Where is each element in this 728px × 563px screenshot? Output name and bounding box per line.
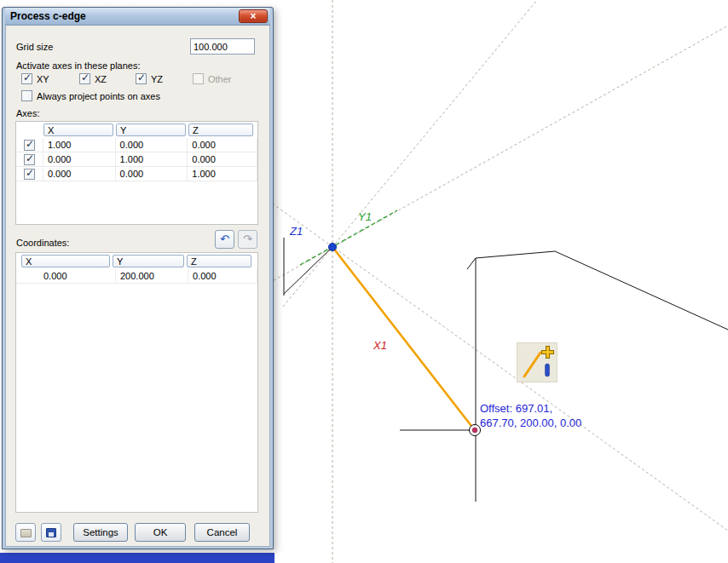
coordinates-row: 0.000 200.000 0.000 — [16, 269, 257, 284]
check-icon: ✓ — [137, 72, 146, 83]
dialog-titlebar[interactable]: Process c-edge × — [5, 8, 270, 26]
axes-cell-y[interactable]: 0.000 — [116, 138, 188, 152]
axes-cell-x[interactable]: 0.000 — [43, 167, 116, 181]
z1-axis-label: Z1 — [290, 225, 303, 238]
coordinate-cell-x[interactable]: 0.000 — [16, 269, 116, 283]
axes-header-x: X — [43, 124, 113, 136]
axes-row: ✓ 1.000 0.000 0.000 — [16, 138, 257, 152]
check-icon: ✓ — [23, 72, 32, 83]
check-icon: ✓ — [26, 138, 34, 150]
coordinates-header-y: Y — [113, 255, 184, 267]
snap-point-marker — [470, 425, 481, 436]
edge-top-notch — [467, 258, 476, 269]
check-icon: ✓ — [81, 72, 90, 83]
checkbox-box-xy[interactable]: ✓ — [21, 73, 32, 84]
process-c-edge-dialog: Process c-edge × Grid size Activate axes… — [2, 7, 274, 549]
plane-label-xy: XY — [37, 73, 49, 84]
construction-diagonal-line — [256, 192, 728, 531]
grid-size-input[interactable] — [190, 38, 255, 55]
coordinate-cell-y[interactable]: 200.000 — [116, 269, 188, 283]
coordinates-header-z: Z — [187, 255, 251, 267]
offset-tooltip: Offset: 697.01, 667.70, 200.00, 0.00 — [480, 401, 581, 430]
checkbox-box-yz[interactable]: ✓ — [136, 73, 147, 84]
redo-icon: ↷ — [243, 233, 252, 245]
axes-row-checkbox[interactable]: ✓ — [24, 154, 35, 165]
y1-axis-label: Y1 — [358, 210, 372, 223]
edge-top-right-diagonal — [555, 251, 728, 330]
folder-icon — [20, 529, 32, 537]
axes-cell-z[interactable]: 0.000 — [188, 138, 257, 152]
offset-tooltip-line2: 667.70, 200.00, 0.00 — [480, 416, 581, 430]
offset-tooltip-line1: Offset: 697.01, — [480, 401, 581, 416]
app-stage: Z1 Y1 X1 Offset: 697.01, 667.70, 200.00,… — [0, 0, 728, 563]
axes-row: ✓ 0.000 0.000 1.000 — [16, 167, 257, 181]
undo-icon: ↶ — [220, 233, 229, 245]
checkbox-box-xz[interactable]: ✓ — [79, 73, 90, 84]
close-button[interactable]: × — [239, 9, 268, 23]
axes-header-z: Z — [188, 124, 253, 136]
close-icon: × — [250, 10, 256, 22]
axes-header-y: Y — [116, 124, 186, 136]
plane-checkbox-yz[interactable]: ✓ YZ — [136, 73, 163, 84]
axes-cell-x[interactable]: 1.000 — [43, 138, 116, 152]
y1-axis-line — [300, 210, 397, 265]
checkbox-box-project[interactable] — [21, 90, 32, 101]
plane-label-yz: YZ — [151, 73, 163, 84]
axes-row: ✓ 0.000 1.000 0.000 — [16, 152, 257, 167]
plane-checkbox-xy[interactable]: ✓ XY — [21, 73, 49, 84]
coordinate-cell-z[interactable]: 0.000 — [188, 269, 257, 283]
undo-button[interactable]: ↶ — [215, 230, 234, 249]
axes-cell-z[interactable]: 1.000 — [188, 167, 257, 181]
axes-cell-y[interactable]: 1.000 — [116, 152, 188, 166]
check-icon: ✓ — [26, 152, 34, 164]
construction-steep-line — [283, 0, 537, 307]
redo-button[interactable]: ↷ — [238, 230, 257, 249]
tool-cursor-icon — [517, 342, 558, 382]
cancel-button[interactable]: Cancel — [194, 523, 250, 542]
edge-left-diagonal — [284, 247, 332, 294]
save-button[interactable] — [41, 523, 61, 542]
settings-button[interactable]: Settings — [73, 523, 128, 542]
coordinates-label: Coordinates: — [16, 238, 69, 248]
plane-label-xz: XZ — [95, 73, 107, 84]
axes-row-checkbox[interactable]: ✓ — [24, 169, 35, 180]
plane-label-other: Other — [208, 73, 232, 84]
coordinates-table: X Y Z 0.000 200.000 0.000 — [15, 252, 258, 513]
plane-checkbox-xz[interactable]: ✓ XZ — [79, 73, 107, 84]
check-icon: ✓ — [26, 167, 34, 179]
dialog-body: Grid size Activate axes in these planes:… — [5, 26, 270, 547]
save-icon — [46, 528, 56, 537]
edge-top-horizontal — [476, 251, 555, 258]
axes-cell-x[interactable]: 0.000 — [43, 152, 116, 166]
checkbox-box-other — [193, 73, 204, 84]
open-button[interactable] — [15, 523, 36, 542]
background-window-edge — [0, 553, 274, 563]
origin-point — [329, 244, 337, 251]
coordinates-header-x: X — [21, 255, 110, 267]
construction-lines — [256, 0, 728, 563]
project-points-label: Always project points on axes — [37, 90, 160, 101]
construction-y-direction-line — [256, 26, 728, 290]
axes-cell-z[interactable]: 0.000 — [188, 152, 257, 166]
project-points-checkbox[interactable]: Always project points on axes — [21, 90, 160, 101]
axes-cell-y[interactable]: 0.000 — [116, 167, 188, 181]
x1-axis-active-line[interactable] — [332, 247, 474, 429]
dialog-title: Process c-edge — [10, 10, 86, 22]
model-edges — [284, 238, 728, 502]
planes-label: Activate axes in these planes: — [16, 60, 141, 71]
coordinates-table-header: X Y Z — [16, 253, 257, 269]
grid-size-label: Grid size — [16, 42, 53, 52]
ok-button[interactable]: OK — [135, 523, 186, 542]
axes-table: X Y Z ✓ 1.000 0.000 0.000 ✓ 0.000 1.000 … — [15, 121, 258, 225]
x1-axis-label: X1 — [373, 339, 387, 352]
axes-table-header: X Y Z — [16, 122, 257, 138]
axes-label: Axes: — [16, 108, 40, 118]
axes-row-checkbox[interactable]: ✓ — [24, 140, 35, 151]
plane-checkbox-other: Other — [193, 73, 232, 84]
